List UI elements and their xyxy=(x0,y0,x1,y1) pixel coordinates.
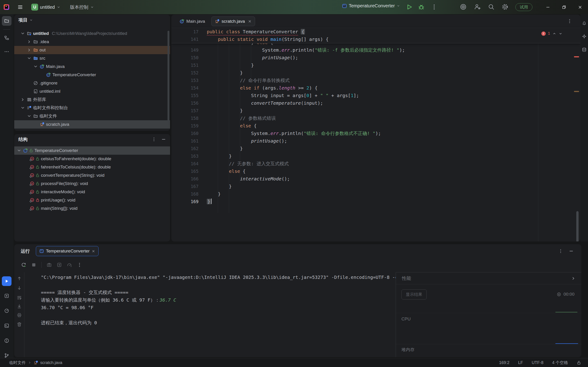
line-number[interactable]: 161 xyxy=(171,137,199,145)
run-more-kebab-icon[interactable] xyxy=(431,4,437,10)
tree-item-src[interactable]: src xyxy=(14,54,170,62)
line-number[interactable]: 157 xyxy=(171,107,199,115)
line-number[interactable]: 164 xyxy=(171,160,199,167)
soft-wrap-icon[interactable] xyxy=(17,295,22,300)
tree-item-untitled.iml[interactable]: untitled.iml xyxy=(14,87,170,95)
structure-item[interactable]: minteractiveMode(): void xyxy=(14,188,170,196)
structure-item[interactable]: mmain(String[]): void xyxy=(14,204,170,213)
tree-item-临时文件和控制台[interactable]: 临时文件和控制台 xyxy=(14,104,170,112)
ai-sparkle-icon[interactable] xyxy=(582,34,587,39)
line-number[interactable]: 149 xyxy=(171,46,199,54)
tab-options-kebab-icon[interactable] xyxy=(567,19,572,24)
editor-scrollbar[interactable] xyxy=(576,211,579,242)
structure-item[interactable]: mcelsiusToFahrenheit(double): double xyxy=(14,155,170,163)
tool-project-button[interactable] xyxy=(2,16,11,26)
clear-trash-icon[interactable] xyxy=(17,322,22,327)
structure-item[interactable]: mprintUsage(): void xyxy=(14,196,170,204)
line-number[interactable] xyxy=(171,43,199,46)
console[interactable]: "C:\Program Files\Java\jdk-17\bin\java.e… xyxy=(14,272,396,357)
line-number[interactable]: 154 xyxy=(171,84,199,92)
structure-kebab-icon[interactable] xyxy=(152,137,156,142)
tool-run-button[interactable] xyxy=(2,276,11,286)
line-number[interactable]: 163 xyxy=(171,152,199,160)
performance-header[interactable]: 性能 xyxy=(396,272,581,284)
scroll-to-end-icon[interactable] xyxy=(17,304,22,309)
debug-button[interactable] xyxy=(418,4,424,10)
tree-item-.idea[interactable]: .idea xyxy=(14,38,170,46)
line-number[interactable]: 169 xyxy=(171,198,199,205)
print-icon[interactable] xyxy=(17,313,22,318)
line-number[interactable]: 166 xyxy=(171,175,199,183)
restore-button[interactable] xyxy=(559,2,569,12)
rerun-icon[interactable] xyxy=(21,262,26,267)
line-number[interactable]: 168 xyxy=(171,190,199,198)
vcs-widget[interactable]: 版本控制 xyxy=(70,4,94,10)
minimize-button[interactable] xyxy=(543,2,553,12)
line-number[interactable]: 160 xyxy=(171,130,199,137)
line-number[interactable]: 162 xyxy=(171,145,199,152)
project-widget[interactable]: U untitled xyxy=(31,4,61,10)
line-number[interactable]: 167 xyxy=(171,183,199,190)
line-separator[interactable]: LF xyxy=(518,360,523,365)
line-number[interactable]: 152 xyxy=(171,69,199,77)
caret-position[interactable]: 169:2 xyxy=(499,360,510,365)
unlock-icon[interactable] xyxy=(577,361,581,365)
line-number[interactable]: 156 xyxy=(171,99,199,107)
tree-item-untitled[interactable]: untitledC:\Users\MrWang\IdeaProjects\unt… xyxy=(14,29,170,38)
tool-profiler-button[interactable] xyxy=(2,306,11,316)
close-button[interactable] xyxy=(575,2,585,12)
up-stack-icon[interactable] xyxy=(17,276,22,281)
line-number[interactable]: 155 xyxy=(171,92,199,99)
tree-item-.gitignore[interactable]: .gitignore xyxy=(14,79,170,87)
editor-tab-Main.java[interactable]: CMain.java xyxy=(176,17,208,26)
tool-more-button[interactable] xyxy=(2,47,11,57)
tree-item-scratch.java[interactable]: scratch.java xyxy=(14,120,170,129)
run-hide-icon[interactable] xyxy=(569,249,573,253)
close-tab-icon[interactable] xyxy=(248,19,252,23)
notifications-bell-icon[interactable] xyxy=(582,21,587,25)
structure-item[interactable]: mconvertTemperature(String): void xyxy=(14,171,170,179)
structure-item[interactable]: CTemperatureConverter xyxy=(14,146,170,155)
tree-item-out[interactable]: out xyxy=(14,46,170,54)
project-scrollbar[interactable] xyxy=(167,31,169,125)
run-config-widget[interactable]: TemperatureConverter xyxy=(342,3,400,8)
structure-item[interactable]: mprocessFile(String): void xyxy=(14,179,170,188)
main-menu-icon[interactable] xyxy=(17,4,23,10)
line-number[interactable]: 141 xyxy=(171,36,199,43)
line-number[interactable]: 158 xyxy=(171,115,199,122)
tree-item-Main.java[interactable]: CMain.java xyxy=(14,62,170,71)
indent-style[interactable]: 4 个空格 xyxy=(552,360,568,365)
chevron-down-icon[interactable] xyxy=(559,32,562,36)
line-number[interactable]: 159 xyxy=(171,122,199,130)
show-results-button[interactable]: 显示结果 xyxy=(401,289,427,300)
code-with-me-icon[interactable] xyxy=(474,4,481,10)
structure-hide-icon[interactable] xyxy=(161,137,166,142)
run-kebab-icon[interactable] xyxy=(558,249,563,253)
trial-badge[interactable]: 试用 xyxy=(515,3,532,11)
inspections-widget[interactable]: ! 1 xyxy=(541,31,562,36)
tree-item-TemperatureConverter[interactable]: CTemperatureConverter xyxy=(14,71,170,79)
warning-stripe-mark[interactable] xyxy=(574,91,579,92)
project-panel-header[interactable]: 项目 xyxy=(14,15,170,25)
line-number[interactable]: 151 xyxy=(171,61,199,69)
error-stripe-mark[interactable] xyxy=(574,56,579,57)
ai-assistant-icon[interactable] xyxy=(460,4,467,10)
down-stack-icon[interactable] xyxy=(17,285,22,291)
tool-terminal-button[interactable] xyxy=(2,321,11,331)
search-icon[interactable] xyxy=(488,4,494,10)
settings-gear-icon[interactable] xyxy=(502,4,508,10)
tree-item-临时文件[interactable]: 临时文件 xyxy=(14,112,170,120)
line-number[interactable]: 153 xyxy=(171,77,199,84)
stop-icon[interactable] xyxy=(31,262,36,267)
tool-services-button[interactable] xyxy=(2,291,11,301)
run-button[interactable] xyxy=(406,4,412,10)
chevron-right-icon[interactable] xyxy=(571,276,575,281)
close-icon[interactable] xyxy=(92,250,95,253)
breadcrumb-file[interactable]: scratch.java xyxy=(40,360,62,365)
structure-item[interactable]: mfahrenheitToCelsius(double): double xyxy=(14,163,170,171)
editor-tab-scratch.java[interactable]: scratch.java xyxy=(211,17,255,26)
database-icon[interactable] xyxy=(582,47,587,52)
console-kebab-icon[interactable] xyxy=(77,262,82,267)
code-editor[interactable]: 17public class TemperatureConverter {141… xyxy=(171,28,580,242)
screenshot-camera-icon[interactable] xyxy=(47,262,52,267)
